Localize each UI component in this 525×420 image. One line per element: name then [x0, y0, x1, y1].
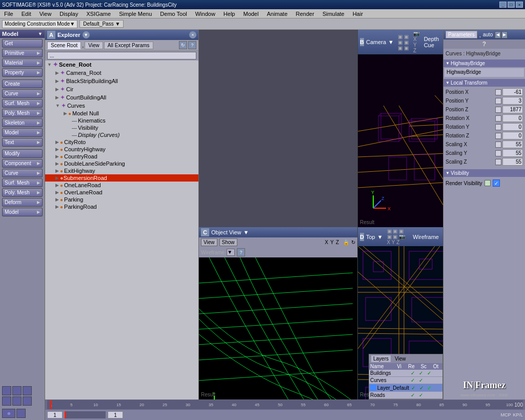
window-controls[interactable]: _ □ ×	[499, 2, 523, 8]
explorer-close-btn[interactable]: ×	[189, 31, 196, 38]
help-icon[interactable]: ?	[188, 41, 196, 49]
tree-item-cityroto[interactable]: ▶ ● CityRoto	[45, 138, 198, 146]
tree-item-cir[interactable]: ▶ ✦ Cir	[45, 85, 198, 93]
scaling-z-check[interactable]	[495, 159, 501, 165]
scaling-z-value[interactable]	[502, 158, 523, 166]
tree-item-display-curves[interactable]: — Display (Curves)	[45, 131, 198, 138]
menu-model[interactable]: Model	[241, 10, 260, 17]
tree-item-curves[interactable]: ▼ ✦ Curves	[45, 102, 198, 110]
modify-button[interactable]: Modify	[2, 149, 43, 158]
view-tab[interactable]: View	[393, 355, 408, 362]
layer-default[interactable]: Layer_Default ✓ ✓ ✓	[369, 384, 442, 392]
explorer-menu-btn[interactable]: ▼	[83, 31, 90, 38]
rotation-y-value[interactable]	[502, 123, 523, 131]
menu-simulate[interactable]: Simulate	[320, 10, 347, 17]
tree-item-onelaneroad[interactable]: ▶ ● OneLaneRoad	[45, 182, 198, 189]
material-button[interactable]: Material▶	[2, 58, 43, 67]
model-button-1[interactable]: Model▶	[2, 128, 43, 137]
position-x-value[interactable]	[502, 88, 523, 96]
tree-item-scene-root[interactable]: ▼ ✦ Scene_Root	[45, 61, 198, 69]
show-button[interactable]: Show	[219, 238, 237, 246]
tree-item-blackstrip[interactable]: ▶ ✦ BlackStripBuildingAll	[45, 77, 198, 85]
vp-c-help[interactable]: ?	[237, 248, 245, 256]
minimize-button[interactable]: _	[499, 2, 507, 8]
tool-icon-8[interactable]	[16, 409, 26, 418]
tree-item-exithighway[interactable]: ▶ ● ExitHighway	[45, 167, 198, 174]
get-button[interactable]: Get	[2, 39, 43, 48]
help-button[interactable]: ?	[443, 39, 525, 49]
scaling-x-check[interactable]	[495, 142, 501, 148]
render-visibility-check[interactable]	[484, 180, 491, 186]
tree-item-parkingroad[interactable]: ▶ ● ParkingRoad	[45, 203, 198, 210]
tool-icon-6[interactable]	[23, 396, 32, 406]
tree-item-courtbuilding[interactable]: ▶ ✦ CourtBuildingAll	[45, 93, 198, 102]
timeline-ruler[interactable]: 1 5 10 15 20 25 30 35 40 45 50 55 60 65	[45, 399, 525, 410]
deform-button[interactable]: Deform▶	[2, 198, 43, 207]
menu-display[interactable]: Display	[57, 10, 80, 17]
tool-icon-4[interactable]	[2, 396, 11, 406]
model-button-2[interactable]: Model▶	[2, 208, 43, 216]
tool-icon-2[interactable]	[12, 386, 22, 395]
tab-view[interactable]: View	[85, 42, 103, 49]
local-transform-section[interactable]: ▼ Local Transform	[443, 79, 525, 87]
tab-scene-root[interactable]: Scene Root	[47, 42, 81, 49]
property-button[interactable]: Property▶	[2, 68, 43, 77]
scaling-x-value[interactable]	[502, 141, 523, 148]
menu-file[interactable]: File	[2, 10, 15, 17]
tool-icon-5[interactable]	[12, 396, 22, 406]
visibility-section[interactable]: ▼ Visibility	[443, 169, 525, 177]
tree-item-visibility[interactable]: — Visibility	[45, 124, 198, 131]
scaling-y-check[interactable]	[495, 150, 501, 156]
layer-buildings[interactable]: Buildings ✓ ✓ ✓	[369, 370, 442, 377]
view-button[interactable]: View	[201, 238, 217, 246]
rotation-z-value[interactable]	[502, 132, 523, 139]
tree-item-doublelane[interactable]: ▶ ● DoubleLaneSideParking	[45, 160, 198, 167]
render-visibility-toggle[interactable]: ✓	[493, 179, 500, 187]
rotation-y-check[interactable]	[495, 124, 501, 130]
highway-bridge-section[interactable]: ▼ HighwayBridge	[443, 59, 525, 67]
create-button[interactable]: Create	[2, 79, 43, 88]
panel-dropdown[interactable]: ▼	[38, 31, 43, 36]
tree-item-countryhighway[interactable]: ▶ ● CountryHighway	[45, 146, 198, 153]
camera-canvas[interactable]: X Y Z Result	[358, 54, 443, 227]
scaling-y-value[interactable]	[502, 149, 523, 157]
tab-all-except-params[interactable]: All Except Params	[104, 42, 153, 49]
menu-edit[interactable]: Edit	[19, 10, 33, 17]
tree-item-submersionroad[interactable]: ▶ ● SubmersionRoad	[45, 174, 198, 182]
tool-icon-1[interactable]	[2, 386, 11, 395]
tool-icon-3[interactable]	[23, 386, 32, 395]
curve-button-1[interactable]: Curve▶	[2, 89, 43, 98]
menu-demotool[interactable]: Demo Tool	[158, 10, 189, 17]
wireframe-dropdown[interactable]: ▼	[227, 249, 235, 256]
tree-item-countryroad[interactable]: ▶ ● CountryRoad	[45, 153, 198, 160]
component-button[interactable]: Component▶	[2, 159, 43, 168]
tree-item-kinematics[interactable]: — Kinematics	[45, 117, 198, 124]
position-y-check[interactable]	[495, 98, 501, 104]
layers-tab[interactable]: Layers	[371, 355, 391, 362]
menu-xsigame[interactable]: XSIGame	[84, 10, 113, 17]
menu-simplemenu[interactable]: Simple Menu	[117, 10, 154, 17]
close-button[interactable]: ×	[516, 2, 523, 8]
menu-hair[interactable]: Hair	[351, 10, 365, 17]
menu-animate[interactable]: Animate	[265, 10, 289, 17]
rotation-z-check[interactable]	[495, 133, 501, 139]
position-z-value[interactable]	[502, 106, 523, 113]
polymesh-button-1[interactable]: Poly. Mesh▶	[2, 109, 43, 117]
menu-view[interactable]: View	[37, 10, 54, 17]
layer-curves[interactable]: Curves ✓ ✓	[369, 377, 442, 384]
position-x-check[interactable]	[495, 89, 501, 95]
object-view-canvas[interactable]: X Y Result	[199, 257, 357, 399]
surfmesh-button-2[interactable]: Surf. Mesh▶	[2, 178, 43, 187]
timeline-current-field[interactable]	[108, 411, 123, 418]
refresh-icon[interactable]: ↻	[179, 41, 187, 49]
tree-item-parking[interactable]: ▶ ● Parking	[45, 196, 198, 203]
params-tab[interactable]: Parameters	[446, 31, 477, 38]
menu-render[interactable]: Render	[294, 10, 316, 17]
nav-prev[interactable]: ◀	[495, 31, 501, 38]
mode-dropdown[interactable]: Modeling Construction Mode ▼	[2, 20, 77, 28]
filter-dropdown[interactable]: ...	[47, 52, 196, 59]
timeline-playhead[interactable]	[65, 411, 106, 418]
skeleton-button[interactable]: Skeleton▶	[2, 118, 43, 127]
menu-window[interactable]: Window	[193, 10, 217, 17]
tree-item-overlaneroad[interactable]: ▶ ● OverLaneRoad	[45, 189, 198, 196]
